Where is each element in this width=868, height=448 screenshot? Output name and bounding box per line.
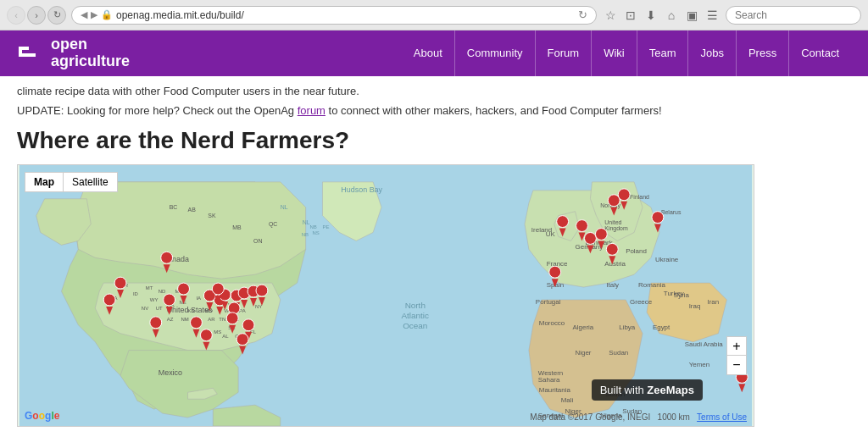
map-data-credit: Map data ©2017 Google, INEGI 1000 km Ter… bbox=[530, 412, 747, 422]
svg-text:ID: ID bbox=[133, 291, 139, 296]
svg-point-106 bbox=[114, 277, 126, 289]
svg-text:Greece: Greece bbox=[630, 298, 653, 306]
svg-point-160 bbox=[549, 266, 561, 278]
map-tab-map[interactable]: Map bbox=[25, 172, 63, 192]
nav-jobs[interactable]: Jobs bbox=[688, 30, 736, 76]
update-suffix: to connect with other makers, hackers, a… bbox=[326, 104, 662, 117]
map-zoom-controls: + − bbox=[726, 336, 747, 375]
update-text: UPDATE: Looking for more help? Check out… bbox=[17, 104, 831, 117]
svg-text:NY: NY bbox=[255, 304, 262, 309]
zoom-in-button[interactable]: + bbox=[727, 337, 746, 356]
svg-text:Atlantic: Atlantic bbox=[402, 311, 430, 320]
svg-point-110 bbox=[164, 294, 175, 306]
map-container: Map Satellite bbox=[17, 164, 754, 427]
svg-text:IA: IA bbox=[196, 296, 201, 301]
svg-text:Algeria: Algeria bbox=[573, 324, 594, 331]
svg-point-128 bbox=[256, 285, 268, 296]
svg-text:Ukraine: Ukraine bbox=[655, 256, 679, 263]
svg-text:Mexico: Mexico bbox=[159, 368, 182, 377]
svg-text:Egypt: Egypt bbox=[653, 324, 670, 331]
svg-text:WY: WY bbox=[150, 297, 159, 302]
svg-text:Ocean: Ocean bbox=[403, 321, 427, 330]
svg-text:Belarus: Belarus bbox=[661, 209, 682, 215]
svg-text:ND: ND bbox=[159, 289, 166, 294]
svg-text:Syria: Syria bbox=[674, 291, 690, 299]
svg-text:Poland: Poland bbox=[626, 247, 647, 255]
zoom-out-button[interactable]: − bbox=[727, 356, 746, 374]
site-navigation: open agriculture About Community Forum W… bbox=[0, 30, 868, 76]
nav-buttons: ‹ › ↻ bbox=[7, 6, 66, 25]
address-bar[interactable]: ◀ ▶ 🔒 openag.media.mit.edu/build/ ↻ bbox=[71, 6, 597, 25]
svg-text:NV: NV bbox=[142, 306, 148, 311]
search-input[interactable] bbox=[726, 6, 861, 25]
url-display: openag.media.mit.edu/build/ bbox=[116, 9, 244, 21]
svg-point-114 bbox=[200, 329, 212, 341]
logo-text: open agriculture bbox=[51, 36, 130, 70]
svg-point-158 bbox=[606, 243, 618, 255]
svg-text:TN: TN bbox=[219, 317, 225, 322]
svg-text:MT: MT bbox=[146, 285, 153, 290]
map-tab-satellite[interactable]: Satellite bbox=[63, 172, 118, 192]
svg-text:SK: SK bbox=[208, 213, 216, 218]
svg-text:North: North bbox=[405, 301, 426, 310]
svg-text:PE: PE bbox=[322, 224, 329, 230]
nav-about[interactable]: About bbox=[402, 30, 455, 76]
svg-text:Mali: Mali bbox=[561, 396, 574, 404]
svg-point-134 bbox=[226, 312, 238, 324]
svg-rect-2 bbox=[19, 47, 22, 57]
screen-icon[interactable]: ▣ bbox=[683, 7, 700, 24]
bookmark-icon[interactable]: ☆ bbox=[602, 7, 619, 24]
menu-icon[interactable]: ☰ bbox=[704, 7, 721, 24]
svg-point-138 bbox=[178, 283, 190, 295]
svg-text:UT: UT bbox=[156, 306, 163, 311]
reader-icon[interactable]: ⊡ bbox=[622, 7, 639, 24]
logo-icon bbox=[17, 40, 44, 67]
back-icon: ◀ bbox=[81, 9, 87, 20]
zeemaps-badge: Built with ZeeMaps bbox=[592, 379, 703, 401]
section-title: Where are the Nerd Farmers? bbox=[17, 127, 831, 154]
svg-text:Mauritania: Mauritania bbox=[539, 386, 571, 394]
svg-point-146 bbox=[557, 216, 569, 228]
forum-link[interactable]: forum bbox=[298, 104, 326, 117]
svg-point-108 bbox=[103, 294, 115, 306]
update-prefix: UPDATE: Looking for more help? Check out… bbox=[17, 104, 298, 117]
svg-text:Sudan: Sudan bbox=[609, 349, 628, 357]
svg-text:NS: NS bbox=[313, 230, 320, 235]
nav-team[interactable]: Team bbox=[637, 30, 689, 76]
svg-text:Morocco: Morocco bbox=[539, 319, 565, 327]
google-attribution: Google bbox=[25, 410, 59, 422]
svg-text:NB: NB bbox=[302, 232, 309, 237]
reload-button[interactable]: ↻ bbox=[47, 6, 66, 25]
nav-community[interactable]: Community bbox=[455, 30, 536, 76]
svg-text:NL: NL bbox=[281, 204, 288, 210]
svg-text:BC: BC bbox=[170, 204, 178, 210]
svg-text:Yemen: Yemen bbox=[689, 361, 709, 368]
nav-press[interactable]: Press bbox=[737, 30, 789, 76]
svg-text:NB: NB bbox=[310, 224, 317, 230]
svg-text:Iran: Iran bbox=[708, 298, 720, 306]
intro-text: climate recipe data with other Food Comp… bbox=[17, 85, 831, 97]
map-controls: Map Satellite bbox=[25, 172, 118, 192]
page-content: open agriculture About Community Forum W… bbox=[0, 30, 868, 448]
back-button[interactable]: ‹ bbox=[7, 6, 25, 25]
svg-text:NL: NL bbox=[303, 219, 310, 225]
svg-text:Portugal: Portugal bbox=[536, 298, 561, 306]
svg-text:Saudi Arabia: Saudi Arabia bbox=[685, 340, 724, 348]
svg-point-130 bbox=[242, 319, 254, 331]
svg-point-112 bbox=[190, 317, 202, 329]
nav-forum[interactable]: Forum bbox=[536, 30, 593, 76]
svg-point-156 bbox=[618, 189, 630, 201]
browser-chrome: ‹ › ↻ ◀ ▶ 🔒 openag.media.mit.edu/build/ … bbox=[0, 0, 868, 30]
home-icon[interactable]: ⌂ bbox=[663, 7, 680, 24]
download-icon[interactable]: ⬇ bbox=[643, 7, 659, 24]
nav-wiki[interactable]: Wiki bbox=[592, 30, 637, 76]
svg-text:MO: MO bbox=[204, 308, 213, 313]
svg-text:AR: AR bbox=[208, 317, 215, 322]
svg-point-164 bbox=[652, 212, 664, 224]
svg-text:Sahara: Sahara bbox=[538, 376, 560, 384]
forward-button[interactable]: › bbox=[27, 6, 46, 25]
security-icon: 🔒 bbox=[101, 9, 113, 20]
refresh-icon: ↻ bbox=[578, 8, 587, 21]
logo[interactable]: open agriculture bbox=[17, 36, 130, 70]
nav-contact[interactable]: Contact bbox=[789, 30, 851, 76]
